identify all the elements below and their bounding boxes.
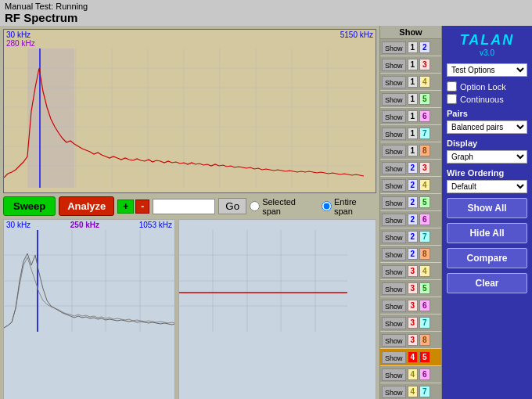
show-num-2: 7 xyxy=(419,386,430,397)
freq-left2-bottom: 250 kHz xyxy=(70,221,99,229)
show-all-button[interactable]: Show All xyxy=(447,198,527,218)
show-row-button[interactable]: Show xyxy=(382,59,406,71)
freq-left2-top: 280 kHz xyxy=(6,39,35,48)
option-settings-section: Option Lock Continuous xyxy=(447,81,527,104)
show-num-1: 3 xyxy=(408,317,419,329)
pairs-section: Pairs Balanced pairs xyxy=(447,109,527,134)
logo-version: v3.0 xyxy=(448,49,526,57)
show-row: Show38 xyxy=(380,332,441,349)
show-row-button[interactable]: Show xyxy=(382,368,406,381)
show-num-1: 3 xyxy=(408,282,419,294)
entire-span-label[interactable]: Entire span xyxy=(322,197,376,216)
freq-right-top: 5150 kHz xyxy=(340,31,373,48)
show-row: Show35 xyxy=(380,280,441,297)
sweep-button[interactable]: Sweep xyxy=(3,196,56,216)
clear-button[interactable]: Clear xyxy=(447,273,527,293)
show-row: Show27 xyxy=(380,228,441,246)
show-row: Show18 xyxy=(380,142,441,160)
show-row: Show23 xyxy=(380,160,441,177)
show-num-2: 3 xyxy=(419,162,430,174)
show-num-2: 8 xyxy=(419,248,430,260)
entire-span-radio[interactable] xyxy=(322,201,332,211)
show-row-button[interactable]: Show xyxy=(382,282,406,295)
test-options-section: Test Options xyxy=(447,63,527,77)
show-row-button[interactable]: Show xyxy=(382,128,406,140)
show-num-2: 6 xyxy=(419,214,430,225)
span-radio-group: Selected span Entire span xyxy=(250,197,376,216)
show-row: Show28 xyxy=(380,246,441,263)
selected-span-label[interactable]: Selected span xyxy=(250,197,315,216)
span-input[interactable] xyxy=(153,199,215,214)
show-row-button[interactable]: Show xyxy=(382,334,406,347)
show-num-2: 5 xyxy=(419,282,430,294)
zoom-in-button[interactable]: + xyxy=(117,200,134,214)
talan-logo: TALAN v3.0 xyxy=(447,31,527,59)
go-button[interactable]: Go xyxy=(218,198,246,214)
show-num-2: 7 xyxy=(419,317,430,329)
option-lock-checkbox[interactable] xyxy=(447,81,457,92)
show-row-button[interactable]: Show xyxy=(382,386,406,398)
continuous-checkbox[interactable] xyxy=(447,94,457,104)
chart-top-labels: 30 kHz 280 kHz 5150 kHz xyxy=(4,30,376,49)
show-panel: Show Show12Show13Show14Show15Show16Show1… xyxy=(379,26,442,399)
freq-left-top: 30 kHz xyxy=(6,31,35,39)
show-num-1: 2 xyxy=(408,214,419,225)
analyze-button[interactable]: Analyze xyxy=(59,196,114,216)
zoom-controls: + - xyxy=(117,200,149,214)
display-label: Display xyxy=(447,138,527,148)
pairs-select[interactable]: Balanced pairs xyxy=(447,120,527,134)
show-num-1: 1 xyxy=(408,145,419,156)
show-row-button[interactable]: Show xyxy=(382,300,406,312)
show-row-button[interactable]: Show xyxy=(382,248,406,261)
show-num-1: 1 xyxy=(408,93,419,105)
logo-text: TALAN xyxy=(448,32,526,49)
show-row: Show12 xyxy=(380,39,441,56)
wire-ordering-select[interactable]: Default xyxy=(447,180,527,193)
selected-span-radio[interactable] xyxy=(250,201,260,211)
show-row-button[interactable]: Show xyxy=(382,145,406,157)
show-row-button[interactable]: Show xyxy=(382,76,406,88)
show-row-button[interactable]: Show xyxy=(382,265,406,278)
show-row: Show36 xyxy=(380,297,441,315)
show-row: Show25 xyxy=(380,194,441,211)
show-num-1: 1 xyxy=(408,59,419,70)
show-row-button[interactable]: Show xyxy=(382,162,406,174)
show-row-button[interactable]: Show xyxy=(382,41,406,54)
show-header: Show xyxy=(380,26,441,39)
rf-spectrum-svg xyxy=(4,49,364,188)
option-lock-row: Option Lock xyxy=(447,81,527,92)
show-num-1: 3 xyxy=(408,300,419,311)
zoom-out-button[interactable]: - xyxy=(135,200,149,214)
show-num-1: 3 xyxy=(408,334,419,346)
freq-right-bottom: 1053 kHz xyxy=(139,221,172,229)
rf-spectrum-chart: 30 kHz 280 kHz 5150 kHz xyxy=(3,29,376,193)
show-row-button[interactable]: Show xyxy=(382,351,406,364)
show-num-2: 7 xyxy=(419,231,430,243)
show-row-button[interactable]: Show xyxy=(382,231,406,243)
wire-ordering-label: Wire Ordering xyxy=(447,168,527,178)
show-row-button[interactable]: Show xyxy=(382,196,406,209)
compare-button[interactable]: Compare xyxy=(447,248,527,268)
show-num-2: 8 xyxy=(419,145,430,156)
show-num-2: 2 xyxy=(419,41,430,53)
show-num-1: 1 xyxy=(408,76,419,88)
pairs-label: Pairs xyxy=(447,109,527,118)
hide-all-button[interactable]: Hide All xyxy=(447,223,527,243)
show-row-button[interactable]: Show xyxy=(382,93,406,106)
show-row-button[interactable]: Show xyxy=(382,214,406,226)
show-num-2: 6 xyxy=(419,110,430,122)
show-list: Show12Show13Show14Show15Show16Show17Show… xyxy=(380,39,441,399)
show-num-1: 4 xyxy=(408,351,419,363)
right-panel: TALAN v3.0 Test Options Option Lock Cont… xyxy=(442,26,532,399)
page-title: RF Spectrum xyxy=(5,11,527,24)
show-num-1: 1 xyxy=(408,41,419,53)
show-num-2: 6 xyxy=(419,300,430,311)
show-row-button[interactable]: Show xyxy=(382,179,406,192)
display-select[interactable]: Graph xyxy=(447,150,527,164)
show-row-button[interactable]: Show xyxy=(382,110,406,123)
show-row-button[interactable]: Show xyxy=(382,317,406,329)
main-container: Manual Test: Running RF Spectrum 30 kHz … xyxy=(0,0,532,399)
show-row: Show15 xyxy=(380,91,441,108)
show-row: Show13 xyxy=(380,56,441,74)
test-options-select[interactable]: Test Options xyxy=(447,63,527,77)
